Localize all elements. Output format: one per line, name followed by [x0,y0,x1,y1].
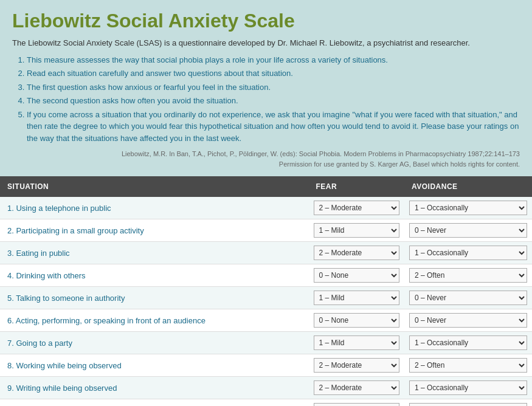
situation-text: 4. Drinking with others [7,271,86,280]
table-row: 1. Using a telephone in public0 – None1 … [0,197,532,219]
citation-line1: Liebowitz, M.R. In Ban, T.A., Pichot, P.… [12,149,520,159]
table-row: 9. Writing while being observed0 – None1… [0,377,532,399]
instruction-item: This measure assesses the way that socia… [27,54,520,66]
table-row: 6. Acting, performing, or speaking in fr… [0,309,532,332]
fear-select[interactable]: 0 – None1 – Mild2 – Moderate3 – Severe [314,313,400,328]
header-section: Liebowitz Social Anxiety Scale The Liebo… [0,0,532,176]
situation-text: 3. Eating in public [7,249,70,258]
fear-select[interactable]: 0 – None1 – Mild2 – Moderate3 – Severe [314,403,400,406]
table-body: 1. Using a telephone in public0 – None1 … [0,197,532,406]
fear-select[interactable]: 0 – None1 – Mild2 – Moderate3 – Severe [314,268,400,283]
instruction-item: Read each situation carefully and answer… [27,67,520,80]
instruction-item: If you come across a situation that you … [27,109,520,145]
avoidance-select[interactable]: 0 – Never1 – Occasionally2 – Often3 – Us… [409,246,527,260]
table-header-row: SITUATION FEAR AVOIDANCE [0,176,532,197]
avoidance-select[interactable]: 0 – Never1 – Occasionally2 – Often3 – Us… [409,201,527,215]
lsas-table: SITUATION FEAR AVOIDANCE 1. Using a tele… [0,176,532,406]
fear-select[interactable]: 0 – None1 – Mild2 – Moderate3 – Severe [314,358,400,373]
page-title: Liebowitz Social Anxiety Scale [12,10,520,32]
fear-select[interactable]: 0 – None1 – Mild2 – Moderate3 – Severe [314,380,400,395]
avoidance-select[interactable]: 0 – Never1 – Occasionally2 – Often3 – Us… [409,291,527,305]
table-row: 3. Eating in public0 – None1 – Mild2 – M… [0,242,532,264]
avoidance-select[interactable]: 0 – Never1 – Occasionally2 – Often3 – Us… [409,223,527,238]
avoidance-select[interactable]: 0 – Never1 – Occasionally2 – Often3 – Us… [409,358,527,373]
table-row: 2. Participating in a small group activi… [0,219,532,242]
situation-text: 5. Talking to someone in authority [7,294,125,303]
table-row: 10. Calling someone you don't know very … [0,399,532,407]
situation-text: 9. Writing while being observed [7,384,117,393]
avoidance-select[interactable]: 0 – Never1 – Occasionally2 – Often3 – Us… [409,313,527,328]
fear-select[interactable]: 0 – None1 – Mild2 – Moderate3 – Severe [314,223,400,238]
situation-text: 8. Working while being observed [7,361,122,370]
fear-header: FEAR [309,176,405,197]
instructions-list: This measure assesses the way that socia… [27,54,520,145]
avoidance-select[interactable]: 0 – Never1 – Occasionally2 – Often3 – Us… [409,403,527,406]
citation: Liebowitz, M.R. In Ban, T.A., Pichot, P.… [12,149,520,169]
avoidance-select[interactable]: 0 – Never1 – Occasionally2 – Often3 – Us… [409,268,527,283]
situation-text: 1. Using a telephone in public [7,204,111,213]
avoidance-select[interactable]: 0 – Never1 – Occasionally2 – Often3 – Us… [409,335,527,350]
instruction-item: The first question asks how anxious or f… [27,81,520,94]
situation-text: 6. Acting, performing, or speaking in fr… [7,316,206,325]
situation-text: 7. Going to a party [7,339,72,348]
table-row: 5. Talking to someone in authority0 – No… [0,287,532,309]
fear-select[interactable]: 0 – None1 – Mild2 – Moderate3 – Severe [314,246,400,260]
avoidance-select[interactable]: 0 – Never1 – Occasionally2 – Often3 – Us… [409,380,527,395]
table-row: 7. Going to a party0 – None1 – Mild2 – M… [0,332,532,354]
fear-select[interactable]: 0 – None1 – Mild2 – Moderate3 – Severe [314,335,400,350]
situation-header: SITUATION [0,176,309,197]
instruction-item: The second question asks how often you a… [27,95,520,107]
situation-text: 2. Participating in a small group activi… [7,226,144,235]
fear-select[interactable]: 0 – None1 – Mild2 – Moderate3 – Severe [314,201,400,215]
table-section: SITUATION FEAR AVOIDANCE 1. Using a tele… [0,176,532,406]
fear-select[interactable]: 0 – None1 – Mild2 – Moderate3 – Severe [314,291,400,305]
table-row: 8. Working while being observed0 – None1… [0,354,532,377]
citation-line2: Permission for use granted by S. Karger … [12,159,520,170]
intro-paragraph: The Liebowitz Social Anxiety Scale (LSAS… [12,37,520,49]
table-row: 4. Drinking with others0 – None1 – Mild2… [0,264,532,287]
avoidance-header: AVOIDANCE [404,176,532,197]
